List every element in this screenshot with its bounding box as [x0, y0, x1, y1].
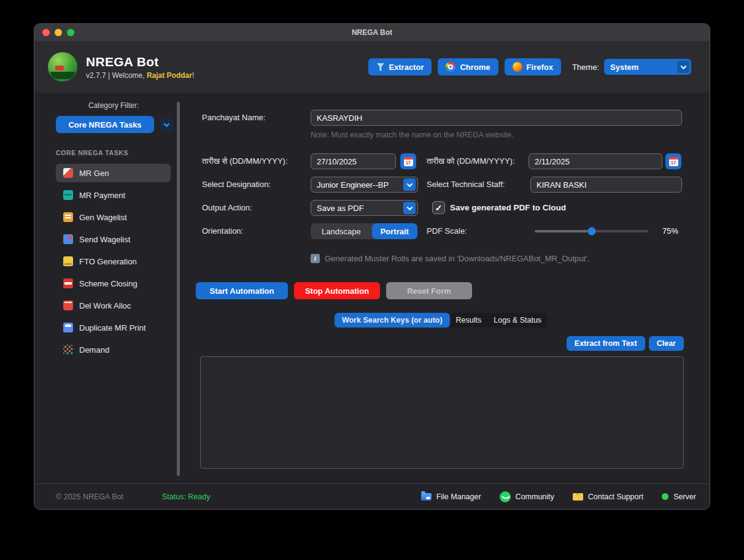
category-filter-value: Core NREGA Tasks — [56, 116, 154, 133]
server-status-dot — [662, 493, 668, 500]
category-filter-select[interactable]: Core NREGA Tasks — [56, 116, 174, 133]
slider-fill — [535, 230, 592, 232]
date-to-label: तारीख को (DD/MM/YYYY): — [427, 153, 515, 169]
slider-thumb[interactable] — [587, 227, 596, 236]
theme-selected-value: System — [610, 63, 638, 72]
save-to-cloud-checkbox[interactable]: ✓ — [432, 201, 445, 214]
date-from-input[interactable] — [311, 153, 396, 169]
status-text: Status: Ready — [162, 493, 211, 501]
sidebar-item-send-wagelist[interactable]: Send Wagelist — [56, 230, 171, 248]
chevron-down-icon — [159, 117, 174, 132]
close-window-button[interactable] — [42, 29, 50, 36]
app-header: NREGA Bot v2.7.7 | Welcome, Rajat Poddar… — [34, 41, 710, 93]
server-label: Server — [673, 493, 696, 501]
sidebar-item-gen-wagelist[interactable]: Gen Wagelist — [56, 208, 171, 226]
sidebar-item-mr-gen[interactable]: MR Gen — [56, 164, 171, 182]
pdf-scale-label: PDF Scale: — [427, 223, 467, 239]
chevron-down-icon — [677, 61, 689, 73]
panchayat-note: Note: Must exactly match the name on the… — [311, 131, 514, 139]
chrome-button[interactable]: Chrome — [438, 58, 498, 75]
extractor-button-label: Extractor — [389, 63, 424, 72]
calendar-icon — [404, 157, 413, 166]
contact-support-link[interactable]: Contact Support — [573, 493, 643, 501]
tab-work-search-keys[interactable]: Work Search Keys (or auto) — [335, 313, 450, 328]
sidebar-scrollbar[interactable] — [177, 102, 180, 476]
output-action-label: Output Action: — [202, 200, 252, 216]
sidebar-item-demand[interactable]: Demand — [56, 340, 171, 359]
date-to-calendar-button[interactable] — [665, 153, 681, 169]
sidebar-item-label: FTO Generation — [79, 257, 137, 266]
theme-label: Theme: — [572, 63, 599, 72]
fto-generation-icon — [63, 256, 73, 266]
window-title: NREGA Bot — [34, 28, 710, 37]
mr-payment-icon — [63, 190, 73, 200]
firefox-button-label: Firefox — [527, 63, 553, 72]
chevron-down-icon — [403, 202, 416, 214]
sidebar-item-label: Scheme Closing — [79, 279, 138, 288]
technical-staff-input[interactable] — [530, 177, 682, 193]
info-icon: i — [311, 254, 320, 263]
date-from-label: तारीख से (DD/MM/YYYY): — [202, 153, 288, 169]
pdf-scale-slider[interactable] — [535, 223, 648, 239]
workspace-tabs: Work Search Keys (or auto) Results Logs … — [335, 313, 548, 328]
technical-staff-label: Select Technical Staff: — [427, 177, 505, 193]
community-label: Community — [516, 493, 554, 501]
tab-results[interactable]: Results — [450, 313, 488, 328]
date-to-input[interactable] — [529, 153, 662, 169]
app-titles: NREGA Bot v2.7.7 | Welcome, Rajat Poddar… — [86, 55, 194, 80]
output-action-selected-value: Save as PDF — [317, 204, 364, 213]
output-location-note: Generated Muster Rolls are saved in 'Dow… — [325, 254, 589, 264]
sidebar-item-mr-payment[interactable]: MR Payment — [56, 186, 171, 204]
content-area: Category Filter: Core NREGA Tasks CORE N… — [34, 93, 710, 483]
landscape-option[interactable]: Landscape — [311, 223, 372, 239]
firefox-button[interactable]: Firefox — [505, 58, 561, 75]
extractor-button[interactable]: Extractor — [368, 58, 432, 75]
tab-logs-status[interactable]: Logs & Status — [487, 313, 548, 328]
extract-from-text-button[interactable]: Extract from Text — [567, 336, 645, 351]
save-to-cloud-label: Save generated PDF to Cloud — [450, 200, 566, 216]
sidebar-item-fto-generation[interactable]: FTO Generation — [56, 252, 171, 270]
user-name: Rajat Poddar — [147, 71, 192, 80]
chevron-down-icon — [403, 178, 416, 191]
date-from-calendar-button[interactable] — [400, 153, 416, 169]
reset-form-button[interactable]: Reset Form — [386, 282, 472, 299]
file-manager-label: File Manager — [436, 493, 481, 501]
sidebar-item-del-work-alloc[interactable]: Del Work Alloc — [56, 296, 171, 315]
designation-label: Select Designation: — [202, 177, 271, 193]
folder-icon — [421, 493, 432, 501]
designation-select[interactable]: Junior Engineer--BP — [311, 177, 418, 193]
stop-automation-button[interactable]: Stop Automation — [294, 282, 380, 299]
minimize-window-button[interactable] — [55, 29, 62, 36]
file-manager-link[interactable]: File Manager — [421, 493, 481, 501]
scheme-closing-icon — [63, 278, 73, 288]
theme-select[interactable]: System — [604, 59, 691, 75]
chrome-icon — [446, 62, 455, 72]
copyright-text: © 2025 NREGA Bot — [56, 493, 123, 501]
sidebar-item-duplicate-mr-print[interactable]: Duplicate MR Print — [56, 318, 171, 337]
start-automation-button[interactable]: Start Automation — [196, 282, 288, 299]
orientation-label: Orientation: — [202, 223, 243, 239]
sidebar-section-header: CORE NREGA TASKS — [56, 149, 179, 156]
sidebar-item-scheme-closing[interactable]: Scheme Closing — [56, 274, 171, 293]
demand-icon — [63, 345, 73, 355]
app-logo-icon — [48, 52, 77, 82]
sidebar-item-label: MR Gen — [79, 169, 109, 178]
clear-button[interactable]: Clear — [649, 336, 684, 351]
work-search-keys-textarea[interactable] — [200, 356, 684, 469]
chrome-button-label: Chrome — [460, 63, 490, 72]
footer-links: File Manager Community Contact Support S… — [421, 491, 696, 502]
app-window: NREGA Bot NREGA Bot v2.7.7 | Welcome, Ra… — [34, 23, 710, 510]
sidebar-item-label: Send Wagelist — [79, 235, 130, 244]
gen-wagelist-icon — [63, 212, 73, 222]
sidebar-item-label: Duplicate MR Print — [79, 323, 145, 332]
output-action-select[interactable]: Save as PDF — [311, 200, 418, 216]
sidebar-item-label: Gen Wagelist — [79, 213, 127, 222]
panchayat-name-input[interactable] — [311, 110, 682, 126]
portrait-option[interactable]: Portrait — [372, 223, 417, 239]
community-link[interactable]: Community — [500, 491, 554, 502]
delete-icon — [63, 301, 73, 310]
titlebar: NREGA Bot — [34, 24, 710, 41]
designation-selected-value: Junior Engineer--BP — [317, 180, 389, 190]
contact-support-label: Contact Support — [588, 493, 643, 501]
zoom-window-button[interactable] — [67, 29, 74, 36]
